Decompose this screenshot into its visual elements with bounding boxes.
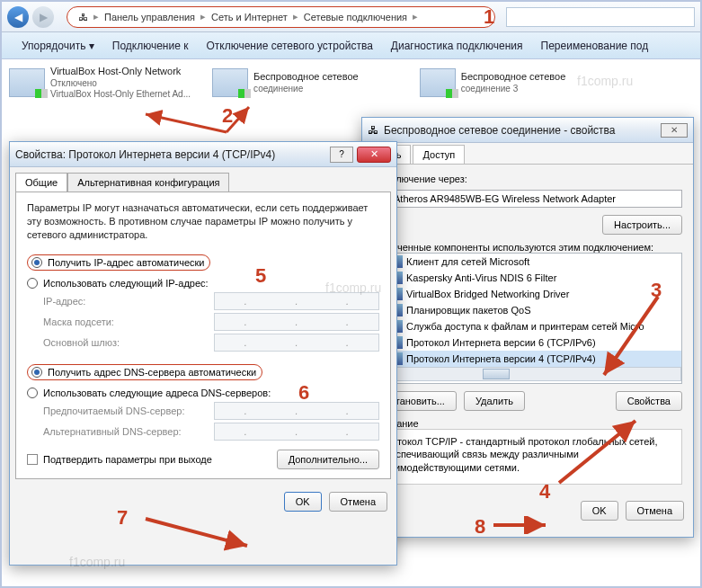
disable-device-menu[interactable]: Отключение сетевого устройства (197, 40, 381, 52)
titlebar[interactable]: 🖧 Беспроводное сетевое соединение - свой… (362, 118, 693, 143)
close-button[interactable]: ✕ (661, 123, 688, 138)
tab-alternate[interactable]: Альтернативная конфигурация (67, 173, 229, 192)
close-button[interactable]: ✕ (357, 147, 391, 163)
alternate-dns-input: ... (214, 423, 379, 441)
crumb-network-connections[interactable]: Сетевые подключения (300, 12, 411, 22)
network-adapter-icon (420, 68, 456, 97)
connect-to-menu[interactable]: Подключение к (103, 40, 198, 52)
watermark: f1comp.ru (69, 555, 125, 569)
gateway-input: ... (214, 334, 379, 352)
list-item: Kaspersky Anti-Virus NDIS 6 Filter (374, 270, 681, 286)
command-bar: Упорядочить ▾ Подключение к Отключение с… (2, 32, 700, 59)
organize-menu[interactable]: Упорядочить ▾ (13, 40, 103, 52)
radio-icon (27, 278, 38, 289)
radio-auto-dns[interactable]: Получить адрес DNS-сервера автоматически (27, 364, 262, 380)
annotation-3: 3 (651, 281, 662, 300)
radio-manual-dns[interactable]: Использовать следующие адреса DNS-сервер… (27, 388, 379, 398)
scrollbar-thumb[interactable] (483, 369, 510, 379)
cancel-button[interactable]: Отмена (626, 501, 684, 521)
connection-wireless[interactable]: Беспроводное сетевое соединение (212, 68, 359, 97)
forward-button[interactable]: ▶ (32, 6, 54, 28)
arrow-7 (141, 510, 258, 555)
radio-auto-ip[interactable]: Получить IP-адрес автоматически (27, 254, 210, 271)
preferred-dns-label: Предпочитаемый DNS-сервер: (43, 405, 214, 416)
connection-sub: соединение 3 (461, 84, 566, 94)
network-adapter-icon (212, 68, 248, 97)
annotation-7: 7 (117, 508, 128, 528)
connection-status: Отключено (50, 78, 191, 89)
adapter-name-field: Atheros AR9485WB-EG Wireless Network Ada… (373, 190, 682, 208)
crumb-control-panel[interactable]: Панель управления (101, 12, 199, 22)
radio-icon (31, 257, 42, 268)
radio-icon (31, 367, 42, 378)
ok-button[interactable]: OK (284, 492, 322, 512)
properties-button[interactable]: Свойства (616, 391, 682, 411)
arrow-3 (595, 290, 676, 388)
description-text: Параметры IP могут назначаться автоматич… (27, 201, 379, 242)
validate-checkbox[interactable] (27, 454, 38, 465)
network-icon: 🖧 (368, 124, 378, 137)
connection-adapter: VirtualBox Host-Only Ethernet Ad... (50, 89, 191, 100)
gateway-label: Основной шлюз: (43, 337, 214, 348)
subnet-mask-input: ... (214, 313, 379, 331)
subnet-mask-label: Маска подсети: (43, 316, 214, 327)
remove-button[interactable]: Удалить (464, 391, 525, 411)
validate-label: Подтвердить параметры при выходе (43, 454, 212, 465)
connection-title: Беспроводное сетевое (461, 71, 566, 83)
watermark: f1comp.ru (325, 281, 381, 295)
tab-sharing[interactable]: Доступ (413, 145, 465, 164)
annotation-5: 5 (255, 266, 266, 286)
breadcrumb[interactable]: 🖧▸ Панель управления▸ Сеть и Интернет▸ С… (67, 6, 495, 28)
configure-button[interactable]: Настроить... (602, 215, 682, 235)
tab-general[interactable]: Общие (15, 173, 67, 192)
arrow-8 (492, 516, 555, 534)
network-adapter-icon (9, 68, 45, 97)
cancel-button[interactable]: Отмена (329, 492, 387, 512)
connection-wireless-3[interactable]: Беспроводное сетевое соединение 3 (420, 68, 566, 97)
search-input[interactable] (506, 7, 695, 27)
dialog-title: Беспроводное сетевое соединение - свойст… (384, 124, 661, 137)
diagnose-menu[interactable]: Диагностика подключения (382, 40, 532, 52)
components-label: Отмеченные компоненты используются этим … (373, 242, 682, 253)
connection-title: VirtualBox Host-Only Network (50, 66, 191, 77)
explorer-nav: ◀ ▶ 🖧▸ Панель управления▸ Сеть и Интерне… (2, 2, 700, 32)
annotation-4: 4 (539, 482, 550, 502)
help-button[interactable]: ? (330, 147, 353, 163)
crumb-network-internet[interactable]: Сеть и Интернет (208, 12, 291, 22)
annotation-8: 8 (475, 517, 485, 537)
ok-button[interactable]: OK (581, 501, 618, 521)
radio-icon (27, 388, 38, 398)
annotation-2: 2 (222, 106, 233, 126)
connect-through-label: Подключение через: (373, 174, 682, 184)
annotation-1: 1 (484, 7, 494, 27)
connection-title: Беспроводное сетевое (253, 71, 359, 83)
preferred-dns-input: ... (214, 402, 379, 420)
ipv4-properties-dialog: Свойства: Протокол Интернета версии 4 (T… (9, 141, 397, 566)
connection-vbox[interactable]: VirtualBox Host-Only Network Отключено V… (9, 66, 191, 99)
arrow-4 (550, 415, 649, 487)
ip-address-label: IP-адрес: (43, 296, 214, 307)
watermark: f1comp.ru (577, 74, 633, 88)
advanced-button[interactable]: Дополнительно... (277, 450, 379, 469)
rename-menu[interactable]: Переименование под (532, 40, 658, 52)
folder-icon: 🖧 (75, 12, 92, 22)
list-item: Клиент для сетей Microsoft (374, 254, 681, 270)
arrow-2 (128, 105, 253, 150)
alternate-dns-label: Альтернативный DNS-сервер: (43, 426, 214, 437)
back-button[interactable]: ◀ (7, 6, 29, 28)
tabs: Сеть Доступ (362, 143, 693, 165)
annotation-6: 6 (298, 383, 309, 403)
connection-sub: соединение (253, 84, 359, 94)
